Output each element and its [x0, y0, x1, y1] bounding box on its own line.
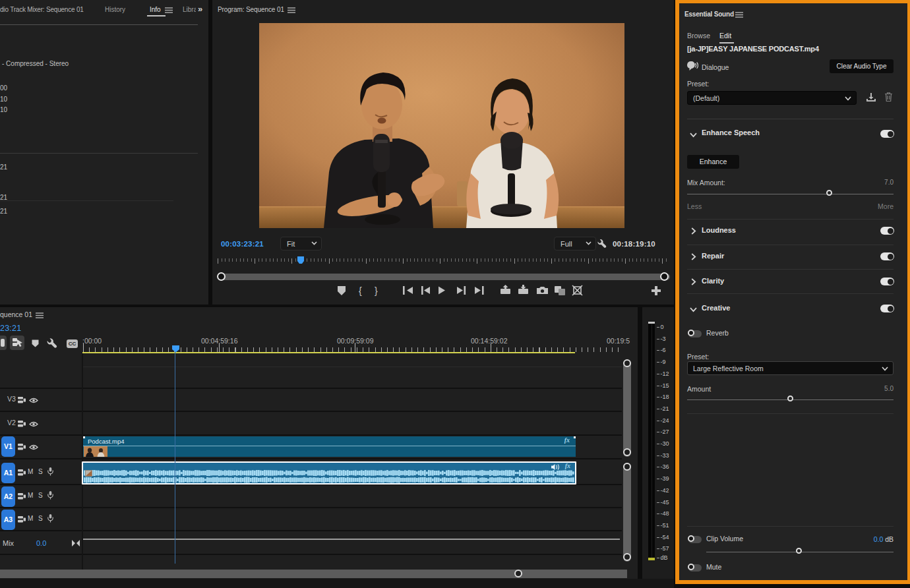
- svg-text:}: }: [375, 285, 378, 296]
- svg-text:{: {: [359, 285, 362, 296]
